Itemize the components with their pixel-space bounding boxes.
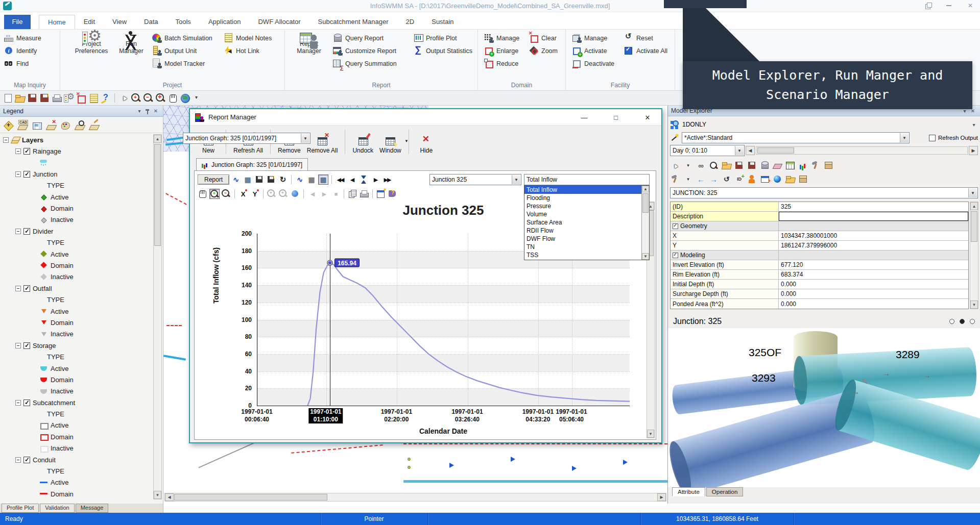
layer-tree-row[interactable]: Raingage: [0, 145, 153, 157]
expand-toggle[interactable]: [15, 457, 21, 463]
layer-checkbox[interactable]: [23, 148, 30, 155]
layer-tree-row[interactable]: [0, 157, 153, 168]
ribbon-big-button[interactable]: RunManager: [113, 31, 149, 55]
save-graph-icon[interactable]: [254, 174, 265, 185]
ribbon-button[interactable]: Activate: [572, 44, 614, 57]
layer-tree-row[interactable]: Domain: [0, 488, 153, 499]
expand-toggle[interactable]: [15, 343, 21, 348]
layer-tree-row[interactable]: TYPE: [0, 408, 153, 419]
expand-toggle[interactable]: [15, 286, 21, 291]
report-tab[interactable]: Junction Graph: 325 [01/01/1997]: [196, 158, 308, 170]
layer-tree-row[interactable]: Active: [0, 477, 153, 488]
pan-icon[interactable]: [167, 92, 178, 104]
dropdown-option[interactable]: RDII Flow: [524, 227, 641, 235]
globe-icon[interactable]: [179, 92, 190, 104]
ribbon-tab[interactable]: Subcatchment Manager: [309, 15, 397, 29]
close-icon[interactable]: ✕: [152, 107, 160, 115]
layer-tree-row[interactable]: Active: [0, 420, 153, 431]
junction-combo[interactable]: Junction 325 ▼: [429, 174, 521, 185]
bottom-panel-tab[interactable]: Profile Plot: [2, 504, 39, 513]
layer-tree-row[interactable]: Subcatchment: [0, 397, 153, 408]
refresh-output-checkbox[interactable]: [929, 135, 936, 141]
close-icon[interactable]: ✕: [642, 112, 653, 123]
full-extent-icon[interactable]: [290, 189, 300, 199]
ribbon-button[interactable]: Manage: [572, 32, 614, 44]
ribbon-button[interactable]: Batch Simulation: [152, 32, 212, 44]
layer-tree-row[interactable]: TYPE: [0, 294, 153, 305]
ribbon-button[interactable]: Identify: [4, 44, 41, 57]
scroll-up-icon[interactable]: ▲: [970, 202, 978, 210]
dropdown-option[interactable]: Volume: [524, 210, 641, 218]
dropdown-scrollbar[interactable]: ▲ ▼: [641, 186, 649, 260]
chevron-down-icon[interactable]: ▼: [735, 146, 744, 155]
y-axis-zoom-icon[interactable]: [250, 189, 260, 199]
ribbon-button[interactable]: Activate All: [624, 44, 667, 57]
restore-icon[interactable]: [921, 1, 934, 10]
window-title-bar[interactable]: Report Manager — □ ✕: [190, 109, 661, 126]
layer-tree-row[interactable]: Layers: [0, 134, 153, 145]
folder-icon[interactable]: [785, 174, 796, 185]
ribbon-button[interactable]: Reset: [624, 32, 667, 44]
dropdown-option[interactable]: DWF Flow: [524, 235, 641, 243]
layer-checkbox[interactable]: [23, 342, 30, 349]
database-icon[interactable]: [759, 160, 770, 171]
scrollbar-thumb[interactable]: [971, 211, 977, 242]
scrollbar-thumb[interactable]: [174, 494, 327, 501]
new-icon[interactable]: [2, 92, 13, 104]
copy-icon[interactable]: [347, 189, 357, 199]
package-icon[interactable]: [823, 160, 834, 171]
close-icon[interactable]: [964, 1, 977, 10]
view-dot[interactable]: [949, 319, 954, 324]
add-data-icon[interactable]: [3, 120, 13, 131]
pan-hand-icon[interactable]: [198, 189, 208, 199]
toolbar-button[interactable]: ▼: [409, 130, 409, 154]
ribbon-tab[interactable]: Tools: [167, 15, 200, 29]
model-notes-icon[interactable]: [88, 92, 99, 104]
layer-checkbox[interactable]: [23, 171, 30, 178]
minimize-icon[interactable]: —: [579, 112, 590, 123]
help-icon[interactable]: [100, 92, 111, 104]
layer-tree-row[interactable]: Domain: [0, 374, 153, 385]
add-cad-layer-icon[interactable]: [17, 120, 28, 131]
ribbon-button[interactable]: Output Unit: [152, 44, 212, 57]
scroll-right-icon[interactable]: ▶: [657, 493, 666, 501]
remove-layer-icon[interactable]: [46, 120, 56, 131]
first-step-icon[interactable]: ◀◀: [335, 174, 345, 185]
ribbon-button[interactable]: Model Tracker: [152, 57, 212, 70]
element-combo[interactable]: JUNCTION: 325 ▼: [670, 187, 978, 198]
table-row[interactable]: (ID) 325: [671, 202, 968, 212]
ribbon-button[interactable]: Query Report: [333, 32, 397, 44]
explorer-tab[interactable]: Operation: [706, 487, 744, 496]
layer-tree-row[interactable]: TYPE: [0, 180, 153, 191]
globe-icon[interactable]: [772, 174, 783, 185]
add-id-icon[interactable]: [734, 174, 745, 185]
layer-checkbox[interactable]: [23, 228, 30, 235]
table-row[interactable]: Modeling: [671, 251, 968, 260]
play-forward-icon[interactable]: ▶: [319, 189, 329, 199]
window-star-icon[interactable]: [759, 174, 770, 185]
scroll-up-icon[interactable]: ▲: [642, 186, 649, 192]
layer-tree-row[interactable]: Inactive: [0, 214, 153, 226]
ribbon-button[interactable]: Query Summation: [333, 57, 397, 70]
ribbon-tab[interactable]: Application: [200, 15, 250, 29]
select-tool-icon[interactable]: [670, 160, 681, 171]
layer-tree-row[interactable]: Inactive: [0, 329, 153, 340]
group-checkbox[interactable]: [673, 223, 678, 229]
graph-settings-icon[interactable]: [376, 189, 386, 199]
dropdown-option[interactable]: Total Inflow: [524, 186, 641, 194]
ribbon-tab[interactable]: Home: [39, 15, 75, 29]
box-icon[interactable]: [798, 174, 808, 185]
scroll-up-icon[interactable]: ▲: [154, 135, 161, 143]
layer-tree-row[interactable]: Active: [0, 191, 153, 203]
dropdown-option[interactable]: TSS: [524, 251, 641, 259]
time-step-combo[interactable]: Day 0; 01:10 ▼: [670, 145, 745, 156]
zoom-in-icon[interactable]: [209, 189, 220, 199]
toolbar-button[interactable]: Hide ▼: [413, 129, 440, 155]
save-as-icon[interactable]: [39, 92, 50, 104]
ribbon-button[interactable]: Clear: [529, 32, 558, 44]
help-book-icon[interactable]: [388, 189, 398, 199]
panel-menu-icon[interactable]: ▾: [135, 107, 144, 115]
layer-checkbox[interactable]: [23, 399, 30, 406]
table-row[interactable]: X 1034347.380001000: [671, 231, 968, 241]
graph-selector-combo[interactable]: Junction Graph: 325 [01/01/1997] ▼: [183, 133, 310, 144]
